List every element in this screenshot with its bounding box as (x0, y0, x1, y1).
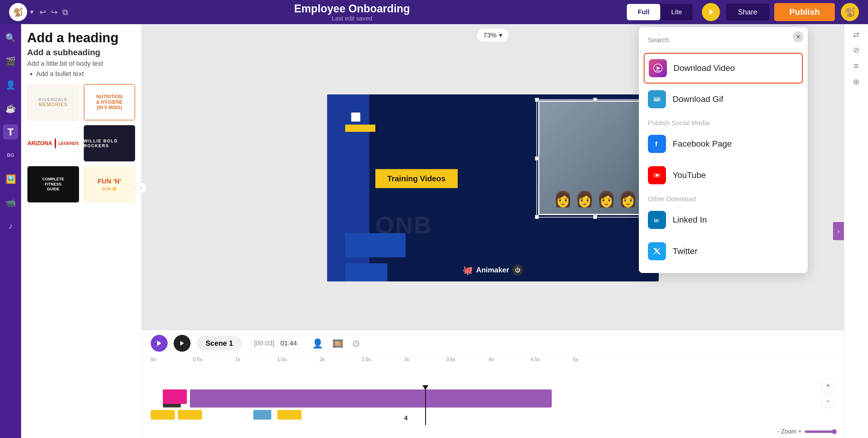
clip-pink[interactable] (163, 389, 187, 404)
track-content-2 (151, 410, 835, 422)
heading-text[interactable]: Add a heading (27, 30, 135, 45)
timeline-scene-play-button[interactable] (174, 335, 190, 352)
template-card-nutrition[interactable]: NUTRITION& HYGIENE(IN 5 MINS) (84, 84, 136, 121)
svg-text:f: f (655, 140, 657, 148)
youtube-item[interactable]: YouTube (639, 159, 808, 191)
ruler-0.5s: 0.5s (193, 357, 202, 362)
handle-bm[interactable] (593, 215, 597, 219)
duplicate-icon[interactable]: ⧉ (62, 7, 68, 17)
svg-text:GIF: GIF (654, 98, 660, 102)
target-icon[interactable]: ⊙ (352, 338, 360, 349)
people-scene-icon3: 👩 (597, 191, 616, 208)
body-text[interactable]: Add a little bit of body text (27, 60, 135, 67)
timeline-bottom-controls: + − - Zoom + (142, 425, 844, 438)
slash-icon[interactable]: ⊘ (853, 46, 860, 55)
clip-yellow-3[interactable] (277, 410, 302, 419)
sidebar-item-text[interactable]: T (3, 124, 18, 139)
sidebar-item-music[interactable]: ♪ (3, 218, 18, 233)
facebook-icon: f (648, 135, 666, 153)
video-icon: 📹 (5, 198, 16, 208)
svg-marker-2 (180, 341, 184, 346)
clip-blue-1[interactable] (253, 410, 271, 419)
timeline-ruler: 0s 0.5s 1s 1.5s 2s 2.5s 3s 3.5s 4s 4.5s … (151, 357, 835, 386)
download-video-item[interactable]: Download Video (644, 53, 803, 84)
download-gif-item[interactable]: GIF Download Gif (639, 84, 808, 115)
training-bg: Training Videos (375, 169, 458, 188)
template-card-arizona[interactable]: ARIZONA LEGENDS (27, 125, 79, 162)
timeline-play-button[interactable] (151, 335, 167, 352)
ruler-2s: 2s (319, 357, 325, 362)
timeline-playhead[interactable] (425, 386, 426, 425)
avatar-timeline-icon[interactable]: 👤 (312, 338, 323, 349)
sidebar-item-scenes[interactable]: 🎬 (3, 54, 18, 69)
project-title[interactable]: Employee Onboarding (294, 2, 410, 15)
watermark: 🐙 Animaker ⏻ (463, 265, 523, 275)
dropdown-close-button[interactable]: ✕ (793, 31, 804, 42)
template-card-fitness[interactable]: COMPLETEFITNESSGUIDE (27, 166, 79, 203)
scenes-icon: 🎬 (5, 56, 16, 66)
publish-button[interactable]: Publish (774, 3, 835, 21)
training-text: Training Videos (388, 174, 445, 183)
animaker-icon: 🐙 (463, 265, 473, 275)
training-box: Training Videos (375, 169, 458, 188)
handle-bl[interactable] (535, 215, 539, 219)
svg-marker-4 (657, 66, 660, 70)
sidebar-item-search[interactable]: 🔍 (3, 30, 18, 45)
power-icon[interactable]: ⏻ (512, 265, 523, 275)
ruler-1s: 1s (235, 357, 240, 362)
add-control-button[interactable]: + (822, 379, 835, 392)
ruler-5s: 5s (573, 357, 578, 362)
video-canvas[interactable]: Training Videos ONB 👩 👩 👩 👩 (327, 94, 659, 282)
linkedin-item[interactable]: in Linked In (639, 204, 808, 236)
ruler-3.5s: 3.5s (446, 357, 455, 362)
props-icon: ☕ (5, 104, 16, 113)
download-video-label: Download Video (674, 63, 735, 73)
logo[interactable]: 🐒 (9, 3, 27, 21)
sidebar-item-image[interactable]: 🖼️ (3, 171, 18, 186)
twitter-label: Twitter (673, 246, 698, 256)
zoom-control[interactable]: 73% ▾ (477, 29, 508, 41)
logo-chevron-icon[interactable]: ▾ (30, 8, 33, 16)
view-toggle: Full Lite (627, 4, 693, 20)
view-lite-button[interactable]: Lite (660, 4, 692, 20)
photo-inset[interactable]: 👩 👩 👩 👩 (538, 100, 653, 215)
zoom-slider[interactable] (805, 431, 835, 433)
redo-icon[interactable]: ↪ (51, 7, 58, 17)
sidebar-item-background[interactable]: BG (3, 148, 18, 163)
search-icon: 🔍 (5, 33, 16, 43)
scene-chip[interactable]: Scene 1 (196, 336, 242, 351)
people-scene-icon4: 👩 (619, 191, 638, 208)
add-icon[interactable]: ⊕ (853, 77, 860, 87)
linkedin-label: Linked In (673, 215, 707, 225)
bullet-text[interactable]: Add a bullet text (36, 70, 135, 78)
playhead-arrow (423, 385, 428, 390)
template-card-willie[interactable]: WILLIE BOLD ROCKERS (84, 125, 136, 162)
swap-icon[interactable]: ⇄ (853, 30, 860, 39)
timeline-chevron-button[interactable]: › (833, 222, 844, 240)
film-icon[interactable]: 🎞️ (332, 338, 343, 349)
sidebar-item-props[interactable]: ☕ (3, 101, 18, 116)
zoom-thumb[interactable] (832, 429, 837, 434)
template-card-riverdale[interactable]: RIVERDALE MEMORIES (27, 84, 79, 121)
view-full-button[interactable]: Full (627, 4, 660, 20)
clip-purple-main[interactable] (190, 389, 552, 408)
sidebar-item-people[interactable]: 👤 (3, 77, 18, 92)
subheading-text[interactable]: Add a subheading (27, 48, 135, 57)
facebook-item[interactable]: f Facebook Page (639, 128, 808, 159)
riverdale-small-text: RIVERDALE (39, 97, 68, 102)
collapse-panel-button[interactable]: ‹ (136, 182, 147, 193)
twitter-item[interactable]: Twitter (639, 236, 808, 267)
share-button[interactable]: Share (726, 4, 769, 21)
clip-yellow-2[interactable] (178, 410, 202, 419)
undo-icon[interactable]: ↩ (39, 7, 46, 17)
layers-icon[interactable]: ≡ (854, 61, 859, 71)
remove-control-button[interactable]: − (822, 395, 835, 408)
sidebar-item-video[interactable]: 📹 (3, 195, 18, 210)
people-scene-icon: 👩 (554, 191, 572, 208)
music-icon: ♪ (8, 221, 13, 231)
preview-play-button[interactable] (702, 3, 720, 21)
avatar[interactable]: 🐒 (841, 3, 859, 21)
clip-yellow-1[interactable] (151, 410, 175, 419)
riverdale-title: MEMORIES (39, 102, 67, 107)
template-card-fun[interactable]: FUN 'N' SUN ☀️ (84, 166, 136, 203)
